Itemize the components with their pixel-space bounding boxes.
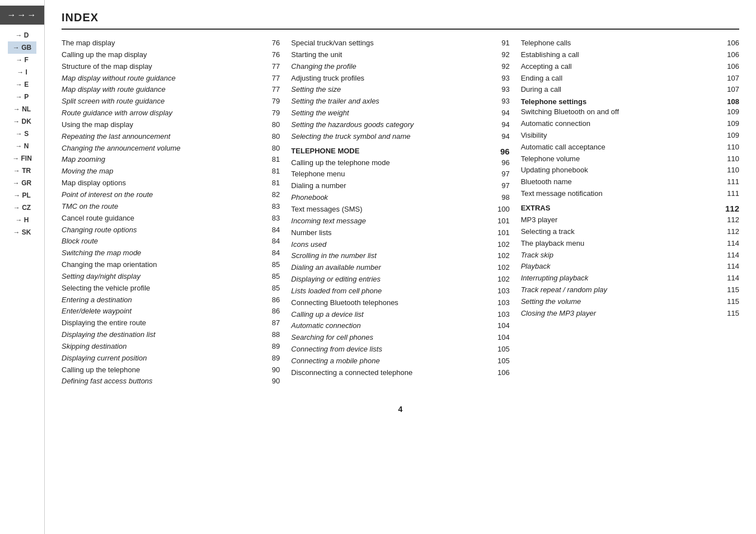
page-number: 4 — [62, 405, 739, 414]
sidebar-item[interactable]: → GR — [8, 177, 36, 189]
index-entry: Using the map display80 — [62, 120, 280, 130]
entry-page: 87 — [264, 318, 280, 329]
index-entry: Automatic call acceptance110 — [521, 142, 739, 153]
entry-text: Entering a destination — [62, 295, 264, 306]
sidebar-item[interactable]: → NL — [8, 103, 36, 115]
entry-text: Defining fast access buttons — [62, 376, 264, 387]
sidebar-item[interactable]: → GB — [8, 41, 36, 54]
sidebar-item[interactable]: → TR — [8, 165, 36, 177]
entry-text: Repeating the last announcement — [62, 132, 264, 142]
entry-page: 103 — [494, 286, 510, 297]
entry-text: Cancel route guidance — [62, 213, 264, 224]
entry-text: Enter/delete waypoint — [62, 306, 264, 317]
index-entry: Telephone calls106 — [521, 38, 739, 49]
sidebar-item[interactable]: → CZ — [8, 202, 36, 214]
entry-page: 80 — [264, 132, 280, 142]
entry-page: 115 — [724, 308, 739, 319]
index-entry: Map zooming81 — [62, 154, 280, 165]
index-entry: Map display without route guidance77 — [62, 73, 280, 84]
entry-page: 88 — [264, 330, 280, 340]
entry-page: 77 — [264, 85, 280, 95]
entry-text: Adjusting truck profiles — [291, 73, 494, 84]
entry-text: Dialing an available number — [291, 263, 494, 273]
sidebar-header: →→→ — [0, 6, 44, 25]
entry-text: Selecting the vehicle profile — [62, 283, 264, 294]
sidebar-item[interactable]: → D — [8, 29, 36, 41]
entry-text: Searching for cell phones — [291, 332, 494, 343]
entry-text: Displaying current position — [62, 353, 264, 364]
entry-page: 82 — [264, 190, 280, 200]
entry-text: Displaying the destination list — [62, 330, 264, 340]
entry-text: Scrolling in the number list — [291, 251, 494, 261]
entry-text: Switching the map mode — [62, 248, 264, 259]
sidebar-item[interactable]: → N — [8, 140, 36, 152]
entry-text: Telephone calls — [521, 38, 724, 49]
entry-text: Interrupting playback — [521, 273, 724, 284]
main-content: INDEX The map display76Calling up the ma… — [45, 0, 756, 436]
entry-text: Automatic call acceptance — [521, 142, 724, 153]
index-entry: Changing the announcement volume80 — [62, 143, 280, 154]
index-entry: Setting the trailer and axles93 — [291, 96, 509, 107]
entry-page: 97 — [494, 181, 510, 191]
index-column-1: The map display76Calling up the map disp… — [62, 38, 291, 388]
index-entry: Calling up a device list103 — [291, 310, 509, 320]
entry-page: 97 — [494, 169, 510, 180]
index-entry: During a call107 — [521, 85, 739, 95]
entry-text: Map display options — [62, 178, 264, 189]
entry-text: Connecting a mobile phone — [291, 356, 494, 367]
sidebar-item[interactable]: → E — [8, 78, 36, 91]
entry-page: 98 — [494, 193, 510, 203]
index-entry: Route guidance with arrow display79 — [62, 108, 280, 119]
entry-text: Route guidance with arrow display — [62, 108, 264, 119]
entry-text: Displaying the entire route — [62, 318, 264, 329]
entry-page: 94 — [494, 108, 510, 119]
index-entry: Number lists101 — [291, 228, 509, 238]
index-entry: Track repeat / random play115 — [521, 285, 739, 296]
index-entry: Scrolling in the number list102 — [291, 251, 509, 261]
sidebar-item[interactable]: → S — [8, 128, 36, 140]
entry-page: 102 — [494, 274, 510, 285]
entry-page: 93 — [494, 96, 510, 107]
entry-page: 103 — [494, 298, 510, 308]
sidebar-item[interactable]: → FIN — [8, 152, 36, 165]
entry-text: Calling up a device list — [291, 310, 494, 320]
sidebar-item[interactable]: → DK — [8, 115, 36, 128]
sidebar-item[interactable]: → H — [8, 214, 36, 226]
index-entry: Playback114 — [521, 261, 739, 272]
entry-page: 81 — [264, 178, 280, 189]
sidebar-item[interactable]: → PL — [8, 189, 36, 202]
entry-text: Structure of the map display — [62, 62, 264, 72]
sidebar-item[interactable]: → F — [8, 54, 36, 66]
entry-page: 80 — [264, 143, 280, 154]
entry-page: 85 — [264, 271, 280, 282]
entry-text: Skipping destination — [62, 341, 264, 352]
entry-text: Number lists — [291, 228, 494, 238]
entry-text: Disconnecting a connected telephone — [291, 368, 494, 378]
index-entry: Changing the profile92 — [291, 62, 509, 72]
index-entry: Setting the hazardous goods category94 — [291, 120, 509, 130]
entry-page: 105 — [494, 356, 510, 367]
sidebar-item[interactable]: → SK — [8, 226, 36, 238]
entry-page: 85 — [264, 283, 280, 294]
entry-text: Setting day/night display — [62, 271, 264, 282]
sidebar-item[interactable]: → P — [8, 91, 36, 103]
entry-text: Closing the MP3 player — [521, 308, 724, 319]
index-entry: Defining fast access buttons90 — [62, 376, 280, 387]
entry-text: Visibility — [521, 130, 724, 141]
entry-text: Map display with route guidance — [62, 85, 264, 95]
entry-page: 107 — [724, 85, 739, 95]
index-column-3: Telephone calls106Establishing a call106… — [521, 38, 739, 388]
entry-text: Connecting from device lists — [291, 344, 494, 355]
subsection-page: 108 — [727, 97, 739, 106]
entry-page: 94 — [494, 120, 510, 130]
index-entry: Bluetooth name111 — [521, 177, 739, 188]
index-entry: Visibility109 — [521, 130, 739, 141]
sidebar-item[interactable]: → I — [8, 66, 36, 78]
entry-page: 84 — [264, 248, 280, 259]
page-container: →→→ → D→ GB→ F→ I→ E→ P→ NL→ DK→ S→ N→ F… — [0, 0, 756, 534]
entry-page: 100 — [494, 204, 510, 215]
index-entry: Incoming text message101 — [291, 216, 509, 227]
index-entry: Text messages (SMS)100 — [291, 204, 509, 215]
entry-text: Lists loaded from cell phone — [291, 286, 494, 297]
index-entry: Switching the map mode84 — [62, 248, 280, 259]
